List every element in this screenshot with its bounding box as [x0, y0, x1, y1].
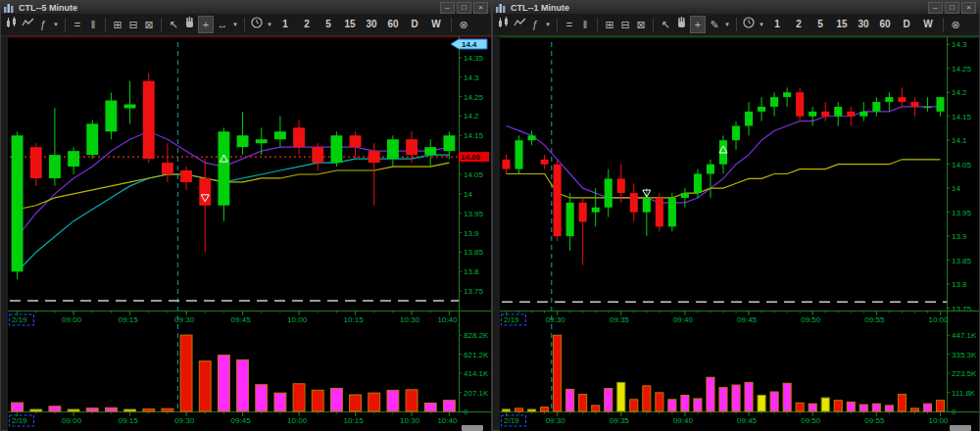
pan-hand-icon[interactable] — [674, 17, 688, 32]
chart-window-1min: CTL--1 Minute – □ × ƒ ▾ = ‖ ⊞ ⊟ ⊠ ↖ + ✎ … — [492, 0, 980, 431]
svg-text:09:00: 09:00 — [62, 315, 82, 324]
timeframe-button-15[interactable]: 15 — [832, 17, 852, 32]
svg-text:14: 14 — [952, 184, 960, 193]
timeframe-button-2[interactable]: 2 — [297, 17, 317, 32]
timeframe-button-week[interactable]: W — [918, 17, 938, 32]
minimize-button[interactable]: – — [440, 2, 455, 14]
tools-dropdown-icon[interactable]: ▾ — [231, 17, 239, 32]
chart-toolbar: ƒ ▾ = ‖ ⊞ ⊟ ⊠ ↖ + ✎ ▾ ▾ 1 2 5 15 30 60 D… — [493, 14, 979, 36]
timeframe-button-day[interactable]: D — [897, 17, 916, 32]
layout-rows-icon[interactable]: ⊟ — [618, 17, 632, 32]
window-title: CTL--1 Minute — [511, 3, 569, 13]
titlebar[interactable]: CTL--1 Minute – □ × — [493, 1, 979, 14]
candlestick-style-icon[interactable] — [497, 17, 511, 32]
timeframe-button-30[interactable]: 30 — [854, 17, 873, 32]
timeframe-button-15[interactable]: 15 — [340, 17, 360, 32]
svg-text:10:15: 10:15 — [344, 315, 365, 324]
svg-text:09:45: 09:45 — [231, 315, 252, 324]
layout-rows-icon[interactable]: ⊟ — [126, 17, 140, 32]
close-button[interactable]: × — [473, 2, 488, 14]
interval-clock-icon[interactable] — [742, 17, 756, 32]
layout-grid-icon[interactable]: ⊞ — [603, 17, 616, 32]
toolbar-separator — [105, 18, 106, 31]
pointer-tool-icon[interactable]: ↖ — [659, 17, 672, 32]
svg-text:0: 0 — [952, 407, 956, 416]
svg-text:14.05: 14.05 — [464, 170, 484, 179]
chart-style-dropdown-icon[interactable]: ▾ — [52, 17, 60, 32]
window-title: CTL--5 Minute — [19, 3, 77, 13]
layout-grid-icon[interactable]: ⊞ — [111, 17, 124, 32]
indicators-icon[interactable]: ƒ — [36, 17, 50, 32]
svg-text:447.1K: 447.1K — [952, 331, 977, 340]
svg-text:09:50: 09:50 — [801, 315, 821, 324]
titlebar[interactable]: CTL--5 Minute – □ × — [1, 1, 491, 14]
svg-text:13.85: 13.85 — [464, 248, 484, 257]
pointer-tool-icon[interactable]: ↖ — [167, 17, 180, 32]
line-style-icon[interactable] — [513, 17, 526, 32]
svg-text:13.95: 13.95 — [464, 210, 484, 218]
layout-mixed-icon[interactable]: ⊠ — [142, 17, 156, 32]
vertical-split-icon[interactable]: ‖ — [86, 17, 100, 32]
price-chart-5min[interactable]: Moving Average (Expone@9) Moving Average… — [8, 36, 491, 431]
interval-dropdown-icon[interactable]: ▾ — [266, 17, 273, 32]
svg-text:13.9: 13.9 — [464, 229, 479, 238]
svg-text:09:35: 09:35 — [610, 416, 630, 425]
draw-pencil-icon[interactable]: ✎ — [708, 17, 721, 32]
svg-text:09:15: 09:15 — [119, 416, 139, 425]
interval-clock-icon[interactable] — [250, 17, 264, 32]
crosshair-tool-icon[interactable]: + — [198, 16, 214, 33]
svg-text:14.3: 14.3 — [464, 73, 479, 82]
measure-tool-icon[interactable]: ↔ — [216, 17, 229, 32]
svg-text:09:00: 09:00 — [62, 416, 82, 425]
svg-text:09:55: 09:55 — [864, 416, 885, 425]
line-style-icon[interactable] — [21, 17, 34, 32]
svg-text:09:15: 09:15 — [119, 315, 139, 324]
clear-drawings-icon[interactable]: ⊗ — [457, 17, 470, 32]
horizontal-split-icon[interactable]: = — [563, 17, 576, 32]
svg-text:09:30: 09:30 — [546, 315, 566, 324]
close-button[interactable]: × — [961, 2, 976, 14]
chart-toolbar: ƒ ▾ = ‖ ⊞ ⊟ ⊠ ↖ + ↔ ▾ ▾ 1 2 5 15 30 60 D… — [1, 14, 491, 36]
svg-text:13.95: 13.95 — [952, 209, 972, 217]
toolbar-separator — [653, 18, 654, 31]
price-chart-1min[interactable]: Moving Average (Expone@9) Volume (BAR) 1… — [500, 36, 979, 431]
timeframe-button-week[interactable]: W — [426, 17, 446, 32]
layout-mixed-icon[interactable]: ⊠ — [634, 17, 648, 32]
svg-text:14.25: 14.25 — [952, 65, 972, 73]
vertical-split-icon[interactable]: ‖ — [578, 17, 592, 32]
svg-text:09:35: 09:35 — [610, 315, 630, 324]
interval-dropdown-icon[interactable]: ▾ — [758, 17, 765, 32]
timeframe-button-2[interactable]: 2 — [789, 17, 808, 32]
minimize-button[interactable]: – — [928, 2, 943, 14]
svg-text:13.85: 13.85 — [952, 257, 972, 265]
svg-text:14.3: 14.3 — [952, 40, 967, 49]
timeframe-button-60[interactable]: 60 — [875, 17, 895, 32]
svg-text:207.1K: 207.1K — [464, 389, 489, 398]
candlestick-style-icon[interactable] — [5, 17, 19, 32]
chart-app-icon — [4, 3, 15, 13]
timeframe-button-5[interactable]: 5 — [318, 17, 338, 32]
svg-text:10:00: 10:00 — [928, 416, 949, 425]
timeframe-button-1[interactable]: 1 — [275, 17, 295, 32]
indicators-icon[interactable]: ƒ — [528, 17, 542, 32]
timeframe-button-60[interactable]: 60 — [383, 17, 403, 32]
timeframe-button-1[interactable]: 1 — [767, 17, 787, 32]
svg-text:111.8K: 111.8K — [952, 389, 976, 398]
toolbar-separator — [943, 18, 944, 31]
svg-text:09:30: 09:30 — [174, 315, 195, 324]
timeframe-button-5[interactable]: 5 — [810, 17, 830, 32]
timeframe-button-30[interactable]: 30 — [362, 17, 381, 32]
svg-text:14.1: 14.1 — [952, 136, 967, 145]
clear-drawings-icon[interactable]: ⊗ — [949, 17, 962, 32]
pan-hand-icon[interactable] — [182, 17, 196, 32]
tools-dropdown-icon[interactable]: ▾ — [723, 17, 731, 32]
crosshair-tool-icon[interactable]: + — [690, 16, 706, 33]
horizontal-split-icon[interactable]: = — [71, 17, 84, 32]
timeframe-button-day[interactable]: D — [405, 17, 424, 32]
maximize-button[interactable]: □ — [457, 2, 471, 14]
chart-style-dropdown-icon[interactable]: ▾ — [544, 17, 552, 32]
toolbar-separator — [65, 18, 66, 31]
svg-text:14.15: 14.15 — [464, 131, 484, 140]
chart-app-icon — [496, 3, 507, 13]
maximize-button[interactable]: □ — [945, 2, 959, 14]
